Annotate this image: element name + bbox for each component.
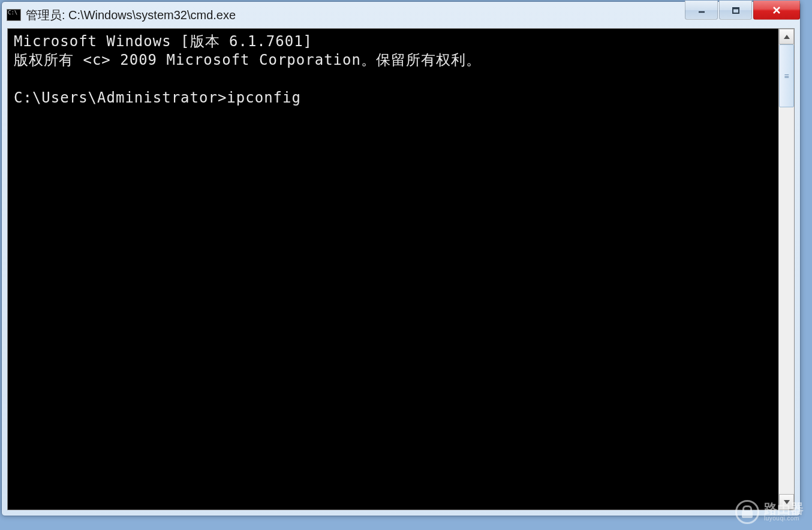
console-output[interactable]: Microsoft Windows [版本 6.1.7601] 版权所有 <c>…	[8, 29, 778, 510]
client-area: Microsoft Windows [版本 6.1.7601] 版权所有 <c>…	[7, 28, 795, 510]
cmd-window: 管理员: C:\Windows\system32\cmd.exe Microso…	[1, 1, 801, 516]
titlebar[interactable]: 管理员: C:\Windows\system32\cmd.exe	[2, 2, 800, 28]
cmd-icon	[7, 9, 21, 21]
console-line: 版权所有 <c> 2009 Microsoft Corporation。保留所有…	[14, 52, 481, 68]
chevron-up-icon	[784, 35, 790, 39]
router-lock-icon	[735, 500, 759, 524]
watermark: 路由器 luyouqi.com	[735, 500, 804, 524]
watermark-sub: luyouqi.com	[764, 516, 804, 522]
console-command: ipconfig	[227, 89, 301, 106]
scrollbar-thumb[interactable]	[779, 44, 794, 107]
console-line: Microsoft Windows [版本 6.1.7601]	[14, 33, 312, 50]
minimize-button[interactable]	[685, 1, 718, 20]
close-icon	[771, 5, 782, 16]
console-prompt: C:\Users\Administrator>	[14, 89, 227, 106]
maximize-icon	[731, 5, 741, 15]
window-controls	[685, 1, 800, 20]
close-button[interactable]	[753, 1, 800, 20]
scroll-up-button[interactable]	[779, 29, 794, 44]
vertical-scrollbar[interactable]	[778, 29, 794, 510]
watermark-main: 路由器	[764, 502, 804, 516]
minimize-icon	[697, 5, 706, 15]
window-title: 管理员: C:\Windows\system32\cmd.exe	[26, 7, 799, 23]
watermark-text: 路由器 luyouqi.com	[764, 502, 804, 522]
maximize-button[interactable]	[719, 1, 752, 20]
scrollbar-track[interactable]	[779, 44, 794, 494]
